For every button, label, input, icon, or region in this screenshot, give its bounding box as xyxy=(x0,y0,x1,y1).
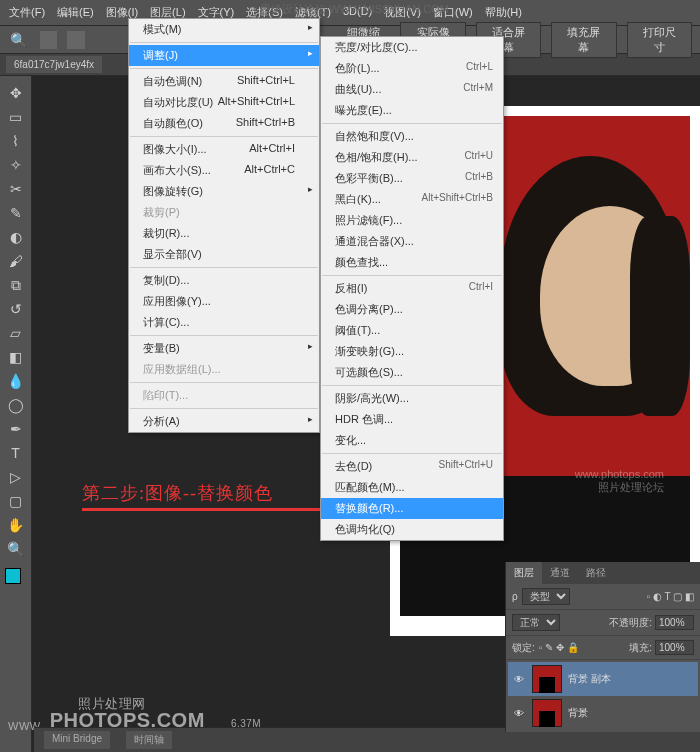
submenu-vibrance[interactable]: 自然饱和度(V)... xyxy=(321,126,503,147)
menu-item-image-size[interactable]: 图像大小(I)...Alt+Ctrl+I xyxy=(129,139,319,160)
menu-edit[interactable]: 编辑(E) xyxy=(52,3,99,22)
menu-item-auto-color[interactable]: 自动颜色(O)Shift+Ctrl+B xyxy=(129,113,319,134)
submenu-hue[interactable]: 色相/饱和度(H)...Ctrl+U xyxy=(321,147,503,168)
menu-item-mode[interactable]: 模式(M) xyxy=(129,19,319,40)
eyedropper-tool-icon[interactable]: ✎ xyxy=(5,202,27,224)
zoom-out-icon[interactable] xyxy=(67,31,85,49)
marquee-tool-icon[interactable]: ▭ xyxy=(5,106,27,128)
tab-channels[interactable]: 通道 xyxy=(542,562,578,584)
menu-help[interactable]: 帮助(H) xyxy=(480,3,527,22)
pen-tool-icon[interactable]: ✒ xyxy=(5,418,27,440)
menu-item-apply-dataset: 应用数据组(L)... xyxy=(129,359,319,380)
menu-item-variables[interactable]: 变量(B) xyxy=(129,338,319,359)
stamp-tool-icon[interactable]: ⧉ xyxy=(5,274,27,296)
menu-item-duplicate[interactable]: 复制(D)... xyxy=(129,270,319,291)
submenu-variations[interactable]: 变化... xyxy=(321,430,503,451)
layer-thumbnail xyxy=(532,699,562,727)
visibility-icon[interactable]: 👁 xyxy=(512,706,526,720)
menu-item-calculations[interactable]: 计算(C)... xyxy=(129,312,319,333)
submenu-channel-mixer[interactable]: 通道混合器(X)... xyxy=(321,231,503,252)
submenu-color-lookup[interactable]: 颜色查找... xyxy=(321,252,503,273)
zoom-tool-icon: 🔍 xyxy=(8,29,30,51)
lasso-tool-icon[interactable]: ⌇ xyxy=(5,130,27,152)
menu-item-crop: 裁剪(P) xyxy=(129,202,319,223)
layers-panel: 图层 通道 路径 ρ类型 ▫ ◐ T ▢ ◧ 正常 不透明度: 锁定:▫ ✎ ✥… xyxy=(505,562,700,732)
menu-item-adjustments[interactable]: 调整(J) xyxy=(129,45,319,66)
history-brush-tool-icon[interactable]: ↺ xyxy=(5,298,27,320)
path-tool-icon[interactable]: ▷ xyxy=(5,466,27,488)
shape-tool-icon[interactable]: ▢ xyxy=(5,490,27,512)
menu-item-auto-tone[interactable]: 自动色调(N)Shift+Ctrl+L xyxy=(129,71,319,92)
blur-tool-icon[interactable]: 💧 xyxy=(5,370,27,392)
tab-mini-bridge[interactable]: Mini Bridge xyxy=(44,731,110,749)
submenu-match-color[interactable]: 匹配颜色(M)... xyxy=(321,477,503,498)
menu-item-auto-contrast[interactable]: 自动对比度(U)Alt+Shift+Ctrl+L xyxy=(129,92,319,113)
menu-item-reveal-all[interactable]: 显示全部(V) xyxy=(129,244,319,265)
layer-name: 背景 副本 xyxy=(568,672,611,686)
menu-item-apply-image[interactable]: 应用图像(Y)... xyxy=(129,291,319,312)
photo-watermark: www.photops.com 照片处理论坛 xyxy=(575,468,664,495)
layer-filter-select[interactable]: 类型 xyxy=(522,588,570,605)
fill-screen-button[interactable]: 填充屏幕 xyxy=(551,22,616,58)
adjustments-submenu: 亮度/对比度(C)... 色阶(L)...Ctrl+L 曲线(U)...Ctrl… xyxy=(320,36,504,541)
menu-file[interactable]: 文件(F) xyxy=(4,3,50,22)
visibility-icon[interactable]: 👁 xyxy=(512,672,526,686)
healing-tool-icon[interactable]: ◐ xyxy=(5,226,27,248)
blend-mode-select[interactable]: 正常 xyxy=(512,614,560,631)
layer-thumbnail xyxy=(532,665,562,693)
opacity-input[interactable] xyxy=(655,615,694,630)
tab-timeline[interactable]: 时间轴 xyxy=(126,731,172,749)
hand-tool-icon[interactable]: ✋ xyxy=(5,514,27,536)
gradient-tool-icon[interactable]: ◧ xyxy=(5,346,27,368)
submenu-threshold[interactable]: 阈值(T)... xyxy=(321,320,503,341)
submenu-posterize[interactable]: 色调分离(P)... xyxy=(321,299,503,320)
zoom-tool-icon[interactable]: 🔍 xyxy=(5,538,27,560)
menu-item-trap: 陷印(T)... xyxy=(129,385,319,406)
crop-tool-icon[interactable]: ✂ xyxy=(5,178,27,200)
submenu-gradient-map[interactable]: 渐变映射(G)... xyxy=(321,341,503,362)
header-watermark: 思缘设计论坛 WWW.MISSYUAN.COM xyxy=(260,2,449,17)
submenu-selective-color[interactable]: 可选颜色(S)... xyxy=(321,362,503,383)
brush-tool-icon[interactable]: 🖌 xyxy=(5,250,27,272)
menu-item-analysis[interactable]: 分析(A) xyxy=(129,411,319,432)
step-annotation: 第二步:图像--替换颜色 xyxy=(82,481,273,505)
submenu-levels[interactable]: 色阶(L)...Ctrl+L xyxy=(321,58,503,79)
menu-item-image-rotation[interactable]: 图像旋转(G) xyxy=(129,181,319,202)
wand-tool-icon[interactable]: ✧ xyxy=(5,154,27,176)
annotation-arrow-icon xyxy=(82,508,352,511)
submenu-color-balance[interactable]: 色彩平衡(B)...Ctrl+B xyxy=(321,168,503,189)
submenu-desaturate[interactable]: 去色(D)Shift+Ctrl+U xyxy=(321,456,503,477)
layer-row[interactable]: 👁 背景 xyxy=(508,696,698,730)
layer-row[interactable]: 👁 背景 副本 xyxy=(508,662,698,696)
document-tab[interactable]: 6fa017c7jw1ey4fx xyxy=(6,56,102,73)
submenu-shadows[interactable]: 阴影/高光(W)... xyxy=(321,388,503,409)
type-tool-icon[interactable]: T xyxy=(5,442,27,464)
menu-item-canvas-size[interactable]: 画布大小(S)...Alt+Ctrl+C xyxy=(129,160,319,181)
menu-item-trim[interactable]: 裁切(R)... xyxy=(129,223,319,244)
submenu-curves[interactable]: 曲线(U)...Ctrl+M xyxy=(321,79,503,100)
color-swatches[interactable] xyxy=(5,568,27,590)
submenu-brightness[interactable]: 亮度/对比度(C)... xyxy=(321,37,503,58)
submenu-replace-color[interactable]: 替换颜色(R)... xyxy=(321,498,503,519)
submenu-exposure[interactable]: 曝光度(E)... xyxy=(321,100,503,121)
submenu-equalize[interactable]: 色调均化(Q) xyxy=(321,519,503,540)
submenu-photo-filter[interactable]: 照片滤镜(F)... xyxy=(321,210,503,231)
submenu-invert[interactable]: 反相(I)Ctrl+I xyxy=(321,278,503,299)
print-size-button[interactable]: 打印尺寸 xyxy=(627,22,692,58)
layer-name: 背景 xyxy=(568,706,588,720)
tab-layers[interactable]: 图层 xyxy=(506,562,542,584)
zoom-in-icon[interactable] xyxy=(40,31,58,49)
eraser-tool-icon[interactable]: ▱ xyxy=(5,322,27,344)
fill-input[interactable] xyxy=(655,640,694,655)
dodge-tool-icon[interactable]: ◯ xyxy=(5,394,27,416)
move-tool-icon[interactable]: ✥ xyxy=(5,82,27,104)
image-menu-dropdown: 模式(M) 调整(J) 自动色调(N)Shift+Ctrl+L 自动对比度(U)… xyxy=(128,18,320,433)
tools-panel: ✥ ▭ ⌇ ✧ ✂ ✎ ◐ 🖌 ⧉ ↺ ▱ ◧ 💧 ◯ ✒ T ▷ ▢ ✋ 🔍 xyxy=(0,76,32,752)
submenu-hdr[interactable]: HDR 色调... xyxy=(321,409,503,430)
tab-paths[interactable]: 路径 xyxy=(578,562,614,584)
submenu-bw[interactable]: 黑白(K)...Alt+Shift+Ctrl+B xyxy=(321,189,503,210)
